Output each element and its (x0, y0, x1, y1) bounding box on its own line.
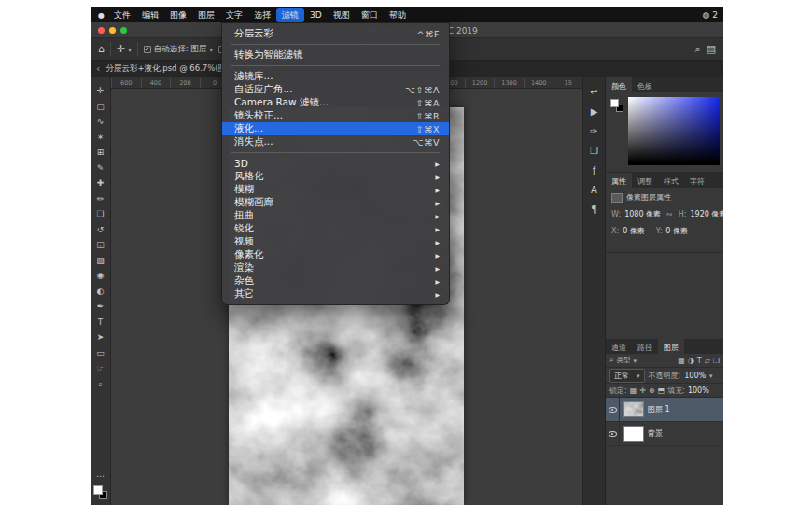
auto-select-option[interactable]: 自动选择: 图层 (144, 44, 213, 55)
eyedropper-tool[interactable]: ✎ (97, 162, 105, 175)
menu-3d[interactable]: 3D (304, 9, 328, 21)
hand-tool[interactable]: ☞ (96, 362, 104, 374)
tab-properties[interactable]: 属性 (606, 173, 632, 188)
shape-tool[interactable]: ▭ (96, 347, 105, 359)
lock-transparency-icon[interactable]: ▦ (630, 386, 637, 395)
fx-panel-icon[interactable]: ƒ (593, 165, 596, 175)
menu-item-filter-gallery[interactable]: 滤镜库... (222, 70, 449, 83)
filter-smart-objects-icon[interactable]: ❒ (713, 357, 720, 365)
tab-color[interactable]: 颜色 (606, 77, 632, 92)
menu-separator[interactable] (231, 152, 440, 153)
tab-swatches[interactable]: 色板 (632, 77, 658, 92)
fill-value[interactable]: 100% (688, 386, 709, 395)
menu-window[interactable]: 窗口 (356, 8, 384, 22)
filter-adjustment-layers-icon[interactable]: ◑ (688, 357, 694, 365)
menu-type[interactable]: 文字 (220, 8, 248, 22)
pen-tool[interactable]: ✒ (97, 301, 105, 313)
menu-item-stylize[interactable]: 风格化 (222, 170, 449, 183)
layer-row-layer-1[interactable]: 图层 1 (606, 398, 723, 422)
menu-item-convert-for-smart-filters[interactable]: 转换为智能滤镜 (222, 49, 449, 62)
auto-select-value[interactable]: 图层 (191, 44, 207, 55)
move-tool[interactable]: ✛ (97, 85, 105, 97)
dodge-tool[interactable]: ◐ (97, 286, 105, 298)
tab-character[interactable]: 字符 (684, 173, 710, 188)
edit-toolbar-icon[interactable]: ⋯ (96, 471, 105, 481)
link-dimensions-icon[interactable]: ∾ (665, 210, 675, 218)
menu-file[interactable]: 文件 (108, 8, 136, 22)
tab-adjustments[interactable]: 调整 (632, 173, 658, 188)
tool-preset-picker[interactable]: ✛ (117, 44, 132, 54)
y-value[interactable]: 0 像素 (665, 226, 688, 236)
menu-item-camera-raw-filter[interactable]: Camera Raw 滤镜... ⇧⌘A (222, 96, 449, 109)
zoom-window-button[interactable] (120, 27, 127, 34)
filter-shape-layers-icon[interactable]: ▱ (705, 357, 710, 365)
workspace-icon[interactable]: ▤ (707, 44, 716, 54)
menu-item-video[interactable]: 视频 (222, 235, 449, 248)
menu-item-lens-correction[interactable]: 镜头校正... ⇧⌘R (222, 109, 449, 122)
tab-paths[interactable]: 路径 (632, 339, 658, 354)
menu-item-noise[interactable]: 杂色 (222, 274, 449, 288)
menu-item-sharpen[interactable]: 锐化 (222, 222, 449, 235)
tab-layers[interactable]: 图层 (658, 339, 684, 354)
menu-item-vanishing-point[interactable]: 消失点... ⌥⌘V (222, 135, 449, 148)
menu-edit[interactable]: 编辑 (136, 8, 164, 22)
menu-separator[interactable] (231, 65, 440, 66)
lock-all-icon[interactable]: ⬒ (658, 386, 665, 395)
path-selection-tool[interactable]: ➤ (97, 331, 105, 344)
paragraph-panel-icon[interactable]: ¶ (591, 204, 596, 215)
crop-tool[interactable]: ⊞ (97, 147, 105, 159)
menu-item-liquify[interactable]: 液化... ⇧⌘X (222, 122, 449, 135)
menu-view[interactable]: 视图 (328, 8, 356, 22)
zoom-tool[interactable]: ⌕ (98, 378, 103, 390)
close-window-button[interactable] (98, 27, 105, 34)
minimize-window-button[interactable] (109, 27, 116, 34)
filter-pixel-layers-icon[interactable]: ▦ (678, 357, 685, 365)
menu-select[interactable]: 选择 (248, 8, 276, 22)
tab-scroll-back-icon[interactable]: ‹ (96, 63, 100, 75)
color-picker-gradient[interactable] (628, 97, 720, 165)
layer-thumbnail[interactable] (623, 401, 644, 417)
menu-item-blur-gallery[interactable]: 模糊画廊 (222, 196, 449, 209)
menu-help[interactable]: 帮助 (384, 8, 412, 22)
visibility-toggle[interactable] (606, 398, 620, 421)
clone-source-panel-icon[interactable]: ❐ (590, 146, 598, 156)
menu-item-other[interactable]: 其它 (222, 288, 449, 301)
eraser-tool[interactable]: ◱ (96, 239, 105, 251)
menu-image[interactable]: 图像 (164, 8, 192, 22)
type-tool[interactable]: T (98, 316, 104, 329)
brush-tool[interactable]: ✏ (97, 193, 105, 205)
gradient-tool[interactable]: ▧ (96, 255, 105, 267)
layer-thumbnail[interactable] (623, 426, 644, 442)
width-value[interactable]: 1080 像素 (624, 209, 661, 219)
menu-item-layered-clouds[interactable]: 分层云彩 ^⌘F (222, 27, 449, 40)
opacity-value[interactable]: 100% (684, 372, 706, 380)
menu-layer[interactable]: 图层 (192, 8, 220, 22)
actions-panel-icon[interactable]: ▶ (591, 106, 598, 117)
marquee-tool[interactable]: ▢ (96, 101, 105, 113)
clone-stamp-tool[interactable]: ❏ (96, 208, 104, 220)
tab-channels[interactable]: 通道 (606, 339, 632, 354)
menu-item-adaptive-wide-angle[interactable]: 自适应广角... ⌥⇧⌘A (222, 83, 449, 96)
apple-menu-icon[interactable]: ● (98, 11, 105, 20)
tab-styles[interactable]: 样式 (658, 173, 684, 188)
menu-item-3d[interactable]: 3D (222, 157, 449, 170)
character-panel-icon[interactable]: A (591, 185, 597, 195)
visibility-toggle[interactable] (606, 422, 620, 445)
menu-filter[interactable]: 滤镜 (276, 8, 304, 22)
lasso-tool[interactable]: ∿ (97, 116, 105, 128)
menu-item-distort[interactable]: 扭曲 (222, 209, 449, 222)
foreground-color-swatch[interactable] (610, 99, 619, 107)
filter-type-layers-icon[interactable]: T (697, 357, 702, 365)
healing-brush-tool[interactable]: ✚ (97, 177, 105, 189)
height-value[interactable]: 1920 像素 (690, 209, 723, 219)
home-icon[interactable]: ⌂ (98, 44, 105, 54)
magic-wand-tool[interactable]: ✶ (97, 132, 105, 144)
lock-pixels-icon[interactable]: ✛ (639, 386, 646, 395)
history-panel-icon[interactable]: ↩ (590, 87, 597, 97)
panel-color-swatches[interactable] (610, 99, 623, 112)
menu-item-render[interactable]: 渲染 (222, 261, 449, 274)
layer-row-background[interactable]: 背景 (606, 422, 723, 446)
lock-position-icon[interactable]: ⊕ (649, 386, 655, 395)
blur-tool[interactable]: ◉ (97, 270, 105, 282)
search-icon[interactable]: ⌕ (609, 356, 613, 365)
